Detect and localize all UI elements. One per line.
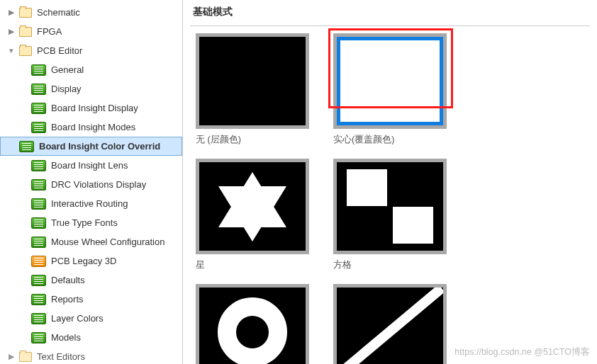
tree-sub-mouse-wheel[interactable]: Mouse Wheel Configuration	[0, 232, 182, 251]
pattern-thumb	[333, 159, 447, 254]
page-icon	[31, 275, 46, 286]
tree-sub-layer-colors[interactable]: Layer Colors	[0, 309, 182, 328]
pattern-thumb	[333, 284, 447, 364]
tree-label: Board Insight Color Overrid	[39, 141, 160, 152]
square-icon	[393, 207, 433, 244]
folder-icon	[19, 27, 32, 37]
pattern-thumb	[196, 284, 309, 364]
tree-label: PCB Editor	[37, 45, 82, 56]
chevron-right-icon: ▶	[4, 8, 19, 17]
pattern-label: 星	[196, 254, 311, 271]
chevron-right-icon: ▶	[4, 352, 19, 361]
tree-label: Interactive Routing	[51, 198, 128, 209]
pattern-label: 实心(覆盖颜色)	[333, 129, 448, 146]
tree-label: Mouse Wheel Configuration	[51, 237, 164, 247]
tree-label: Board Insight Modes	[51, 122, 135, 132]
watermark-text: https://blog.csdn.ne @51CTO博客	[454, 346, 590, 358]
ring-icon	[218, 297, 287, 365]
page-icon	[31, 217, 46, 229]
page-icon	[31, 103, 46, 114]
tree-label: General	[51, 64, 84, 75]
tree-label: Reports	[51, 294, 84, 305]
page-icon	[31, 64, 46, 76]
page-icon	[31, 332, 46, 343]
tree-sub-drc-violations[interactable]: DRC Violations Display	[0, 175, 182, 194]
pattern-checker[interactable]: 方格	[333, 159, 448, 271]
pattern-label: 方格	[333, 254, 448, 271]
tree-sub-board-insight-lens[interactable]: Board Insight Lens	[0, 156, 182, 175]
tree-fpga[interactable]: ▶ FPGA	[0, 22, 182, 41]
tree-pcb-editor[interactable]: ▾ PCB Editor	[0, 41, 182, 60]
tree-sub-reports[interactable]: Reports	[0, 290, 182, 309]
section-basic-patterns: 基础模式	[190, 0, 590, 26]
folder-icon	[19, 46, 32, 56]
page-icon	[31, 122, 46, 133]
tree-label: PCB Legacy 3D	[51, 256, 117, 266]
pattern-none[interactable]: 无 (层颜色)	[196, 33, 311, 146]
pattern-star[interactable]: 星	[196, 159, 311, 271]
settings-panel: 基础模式 无 (层颜色) 实心(覆盖颜色) 星 方格 圆环	[183, 0, 597, 364]
page-icon	[31, 198, 46, 210]
page-icon	[31, 256, 46, 267]
tree-label: Text Editors	[37, 351, 85, 362]
tree-sub-board-insight-display[interactable]: Board Insight Display	[0, 98, 182, 118]
tree-sub-models[interactable]: Models	[0, 328, 182, 347]
settings-tree[interactable]: ▶ Schematic ▶ FPGA ▾ PCB Editor General …	[0, 0, 183, 364]
folder-icon	[19, 8, 32, 18]
page-icon	[31, 179, 46, 190]
tree-sub-true-type-fonts[interactable]: True Type Fonts	[0, 213, 182, 232]
tree-label: True Type Fonts	[51, 217, 118, 228]
tree-sub-board-insight-modes[interactable]: Board Insight Modes	[0, 118, 182, 137]
tree-label: DRC Violations Display	[51, 179, 146, 190]
tree-label: Board Insight Lens	[51, 160, 128, 171]
page-icon	[31, 160, 46, 171]
pattern-grid: 无 (层颜色) 实心(覆盖颜色) 星 方格 圆环 条纹	[190, 33, 590, 364]
square-icon	[347, 169, 387, 206]
pattern-thumb	[333, 33, 447, 129]
pattern-label: 无 (层颜色)	[196, 129, 311, 146]
page-icon	[19, 141, 34, 152]
pattern-thumb	[196, 33, 309, 129]
page-icon	[31, 313, 46, 324]
pattern-preview-icon	[337, 37, 443, 125]
pattern-ring[interactable]: 圆环	[196, 284, 311, 364]
tree-sub-interactive-routing[interactable]: Interactive Routing	[0, 194, 182, 213]
chevron-down-icon: ▾	[4, 46, 19, 55]
pattern-stripe[interactable]: 条纹	[333, 284, 448, 364]
tree-sub-defaults[interactable]: Defaults	[0, 271, 182, 290]
stripe-icon	[335, 285, 445, 364]
tree-sub-pcb-legacy-3d[interactable]: PCB Legacy 3D	[0, 251, 182, 271]
tree-label: Models	[51, 332, 81, 343]
pattern-solid[interactable]: 实心(覆盖颜色)	[333, 33, 448, 146]
tree-sub-display[interactable]: Display	[0, 79, 182, 98]
tree-schematic[interactable]: ▶ Schematic	[0, 3, 182, 22]
tree-text-editors[interactable]: ▶ Text Editors	[0, 347, 182, 364]
tree-sub-general[interactable]: General	[0, 60, 182, 79]
page-icon	[31, 84, 46, 95]
page-icon	[31, 237, 46, 248]
folder-icon	[19, 352, 32, 362]
pattern-thumb	[196, 159, 309, 254]
tree-label: Display	[51, 84, 82, 94]
tree-label: Layer Colors	[51, 313, 104, 324]
tree-sub-board-insight-color-override[interactable]: Board Insight Color Overrid	[0, 137, 182, 156]
page-icon	[31, 294, 46, 305]
tree-label: Schematic	[37, 7, 80, 18]
chevron-right-icon: ▶	[4, 27, 19, 36]
tree-label: FPGA	[37, 26, 62, 37]
tree-label: Defaults	[51, 275, 85, 285]
tree-label: Board Insight Display	[51, 103, 138, 113]
